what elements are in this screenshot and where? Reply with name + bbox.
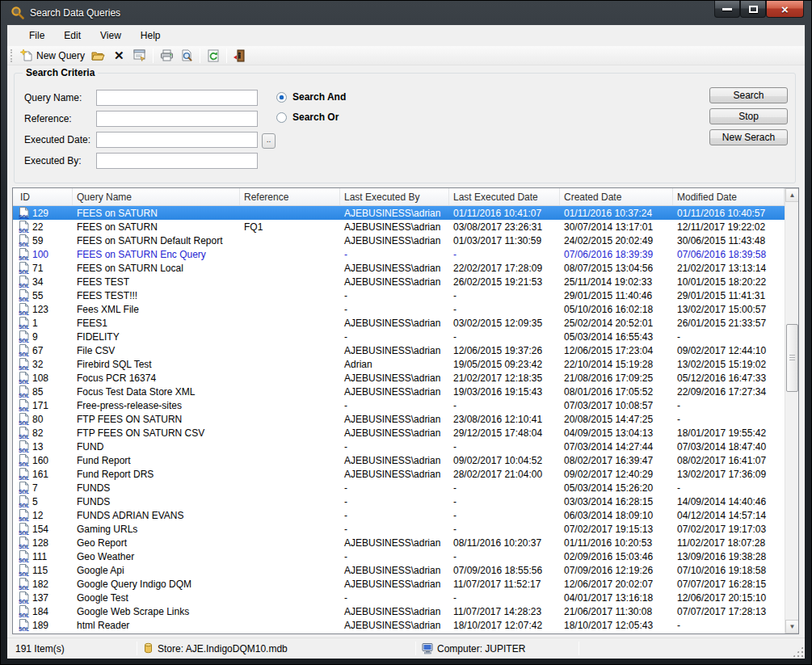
query-name-input[interactable] <box>96 90 258 106</box>
table-row[interactable]: SQL137Google Test--04/01/2017 13:16:1812… <box>13 591 785 604</box>
table-row[interactable]: SQL184Google Web Scrape LinksAJEBUSINESS… <box>13 604 785 618</box>
table-row[interactable]: SQL80FTP FEES ON SATURNAJEBUSINESS\adria… <box>13 412 785 426</box>
column-header-reference[interactable]: Reference <box>240 188 340 205</box>
menu-view[interactable]: View <box>90 27 131 44</box>
sql-file-icon: SQL <box>19 550 29 562</box>
table-row[interactable]: SQL34FEES TESTAJEBUSINESS\adrian26/02/20… <box>13 275 785 288</box>
svg-text:SQL: SQL <box>19 489 29 495</box>
table-row[interactable]: SQL161Fund Report DRSAJEBUSINESS\adrian2… <box>13 467 785 481</box>
resize-grip[interactable] <box>793 646 803 657</box>
table-row[interactable]: SQL189html ReaderAJEBUSINESS\adrian18/10… <box>13 618 785 632</box>
table-row[interactable]: SQL82FTP FEES ON SATURN CSVAJEBUSINESS\a… <box>13 426 785 440</box>
menu-help[interactable]: Help <box>131 27 170 44</box>
table-row[interactable]: SQL123Fees XML File--05/10/2016 16:02:18… <box>13 302 785 316</box>
scroll-up-button[interactable]: ▲ <box>785 188 799 202</box>
cell-created-date: 20/08/2015 14:47:25 <box>560 414 673 425</box>
search-and-radio[interactable] <box>276 92 287 103</box>
open-button[interactable] <box>89 48 107 63</box>
column-header-id[interactable]: ID <box>13 188 73 205</box>
table-row[interactable]: SQL71FEES on SATURN LocalAJEBUSINESS\adr… <box>13 261 785 275</box>
cell-last-executed-by: AJEBUSINESS\adrian <box>340 469 449 480</box>
table-row[interactable]: SQL13FUND--07/03/2014 14:27:4407/03/2014… <box>13 440 785 453</box>
svg-text:SQL: SQL <box>19 269 29 275</box>
table-row[interactable]: SQL171Free-press-release-sites--07/03/20… <box>13 398 785 412</box>
print-preview-button[interactable] <box>178 48 196 64</box>
reference-label: Reference: <box>24 113 72 124</box>
table-row[interactable]: SQL9FIDELITY--05/03/2014 16:55:43- <box>13 330 785 343</box>
search-or-radio[interactable] <box>276 112 287 123</box>
executed-by-input[interactable] <box>96 153 258 169</box>
column-header-query-name[interactable]: Query Name <box>73 188 240 205</box>
exit-icon <box>234 49 246 62</box>
cell-created-date: 02/09/2016 15:03:46 <box>560 551 673 562</box>
executed-date-input[interactable] <box>96 132 258 148</box>
search-and-option[interactable]: Search And <box>276 91 346 103</box>
table-row[interactable]: SQL12FUNDS ADRIAN EVANS--06/03/2014 18:0… <box>13 508 785 522</box>
scroll-down-button[interactable]: ▼ <box>785 620 799 633</box>
table-row[interactable]: SQL32Firebird SQL TestAdrian19/05/2015 0… <box>13 357 785 371</box>
cell-modified-date: 07/07/2017 17:28:13 <box>673 606 785 617</box>
sql-file-icon: SQL <box>19 399 29 411</box>
table-row[interactable]: SQL100FEES on SATURN Enc Query--07/06/20… <box>13 247 785 261</box>
cell-created-date: 29/01/2015 11:40:46 <box>560 290 673 301</box>
table-row[interactable]: SQL55FEES TEST!!!--29/01/2015 11:40:4629… <box>13 288 785 302</box>
table-row[interactable]: SQL7FUNDS--05/03/2014 15:26:20- <box>13 481 785 495</box>
cell-created-date: 21/06/2017 11:30:08 <box>560 606 673 617</box>
table-row[interactable]: SQL22FEES on SATURNFQ1AJEBUSINESS\adrian… <box>13 220 785 234</box>
table-row[interactable]: SQL59FEES on SATURN Default ReportAJEBUS… <box>13 234 785 247</box>
table-row[interactable]: SQL111Geo Weather--02/09/2016 15:03:4613… <box>13 549 785 563</box>
column-header-last-executed-by[interactable]: Last Executed By <box>340 188 449 205</box>
svg-text:SQL: SQL <box>19 379 29 385</box>
menu-file[interactable]: File <box>19 27 54 44</box>
sql-file-icon: SQL <box>19 358 29 370</box>
new-query-button[interactable]: New Query <box>18 48 87 64</box>
cell-created-date: 03/03/2014 16:28:15 <box>560 496 673 507</box>
maximize-button[interactable] <box>740 1 766 18</box>
delete-button[interactable]: ✕ <box>109 48 129 63</box>
exit-button[interactable] <box>231 48 248 64</box>
toolbar-grip[interactable] <box>11 49 13 62</box>
table-row[interactable]: SQL154Gaming URLs--07/02/2017 19:15:1307… <box>13 522 785 536</box>
table-row[interactable]: SQL108Focus PCR 16374AJEBUSINESS\adrian2… <box>13 371 785 385</box>
reference-input[interactable] <box>96 111 258 127</box>
cell-id: SQL7 <box>13 482 73 494</box>
search-criteria-groupbox: Search Criteria Query Name: Reference: E… <box>14 73 796 183</box>
search-button[interactable]: Search <box>709 87 788 103</box>
close-button[interactable]: × <box>766 1 804 18</box>
minimize-button[interactable] <box>714 1 740 18</box>
table-row[interactable]: SQL129FEES on SATURNAJEBUSINESS\adrian01… <box>13 206 785 220</box>
print-button[interactable] <box>158 48 176 63</box>
vertical-scrollbar[interactable]: ▲ ▼ <box>785 188 798 633</box>
column-header-created-date[interactable]: Created Date <box>560 188 673 205</box>
column-header-last-executed-date[interactable]: Last Executed Date <box>449 188 560 205</box>
table-row[interactable]: SQL85Focus Test Data Store XMLAJEBUSINES… <box>13 385 785 398</box>
table-row[interactable]: SQL160Fund ReportAJEBUSINESS\adrian09/02… <box>13 453 785 467</box>
properties-button[interactable] <box>131 48 149 63</box>
cell-modified-date: 12/11/2017 19:22:02 <box>673 221 785 233</box>
menu-edit[interactable]: Edit <box>54 27 90 44</box>
table-row[interactable]: SQL128Geo ReportAJEBUSINESS\adrian08/11/… <box>13 536 785 549</box>
table-row[interactable]: SQL182Google Query Indigo DQMAJEBUSINESS… <box>13 577 785 591</box>
cell-last-executed-by: AJEBUSINESS\adrian <box>340 620 449 631</box>
table-row[interactable]: SQL67File CSVAJEBUSINESS\adrian12/06/201… <box>13 343 785 357</box>
sql-file-icon: SQL <box>19 605 29 617</box>
cell-id: SQL128 <box>13 537 73 549</box>
sql-file-icon: SQL <box>19 262 29 274</box>
table-row[interactable]: SQL1FEES1AJEBUSINESS\adrian03/02/2015 12… <box>13 316 785 330</box>
table-row[interactable]: SQL115Google ApiAJEBUSINESS\adrian07/09/… <box>13 563 785 577</box>
scrollbar-thumb[interactable] <box>786 324 798 392</box>
cell-created-date: 08/07/2015 13:04:56 <box>560 263 673 274</box>
cell-query-name: Google Web Scrape Links <box>73 606 240 617</box>
search-or-option[interactable]: Search Or <box>276 112 339 123</box>
column-header-modified-date[interactable]: Modified Date <box>673 188 785 205</box>
cell-last-executed-date: 01/11/2016 10:41:07 <box>449 208 560 219</box>
table-row[interactable]: SQL5FUNDS--03/03/2014 16:28:1514/09/2014… <box>13 495 785 508</box>
executed-date-browse-button[interactable]: .. <box>262 133 276 149</box>
new-search-button[interactable]: New Serach <box>709 129 788 145</box>
cell-query-name: FEES on SATURN Local <box>73 263 240 274</box>
cell-last-executed-date: 03/02/2015 12:09:35 <box>449 318 560 329</box>
statusbar-separator <box>415 642 416 655</box>
sql-file-icon: SQL <box>19 578 29 590</box>
refresh-button[interactable] <box>204 48 222 64</box>
stop-button[interactable]: Stop <box>709 108 788 124</box>
